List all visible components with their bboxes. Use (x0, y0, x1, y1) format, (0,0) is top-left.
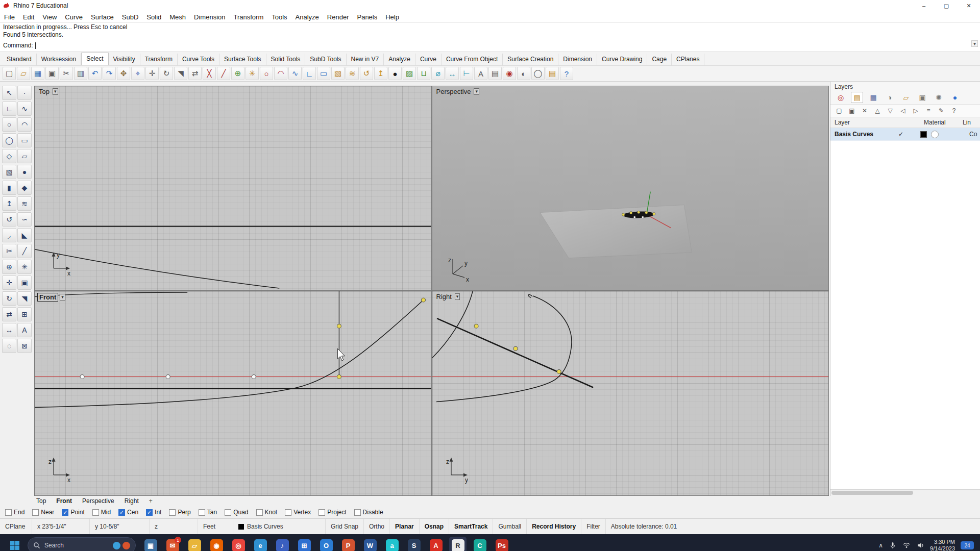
move-up-icon[interactable]: △ (873, 106, 882, 115)
polyline-icon[interactable]: ∟ (303, 67, 316, 80)
viewport-front[interactable]: z x Front ▾ (35, 291, 431, 495)
osnap-toggle[interactable]: Disable (354, 509, 383, 516)
zoom-extents-icon[interactable]: ⌖ (131, 67, 144, 80)
checkbox[interactable] (62, 509, 68, 516)
tray-hidden-icons-chevron[interactable]: ∧ (878, 542, 883, 549)
microphone-icon[interactable] (889, 541, 897, 549)
toolbar-tab[interactable]: Visibility (109, 54, 140, 65)
extrude-icon[interactable]: ↥ (374, 67, 387, 80)
layers-icon[interactable]: ▤ (546, 67, 559, 80)
point-tool[interactable]: · (17, 86, 32, 100)
layer-color-swatch[interactable] (920, 131, 927, 138)
menu-item[interactable]: SubD (118, 12, 143, 22)
toolbar-tab[interactable]: Analyze (384, 54, 415, 65)
checkbox[interactable] (318, 509, 325, 516)
rotate-icon[interactable]: ↻ (160, 67, 173, 80)
circle-icon[interactable]: ○ (260, 67, 273, 80)
filter-icon[interactable]: ≡ (924, 106, 933, 115)
hide-tool[interactable]: ◌ (2, 339, 16, 353)
current-layer-check-icon[interactable]: ✓ (895, 131, 907, 138)
checkbox[interactable] (169, 509, 176, 516)
display-tab[interactable]: ▦ (867, 92, 879, 103)
menu-item[interactable]: Dimension (190, 12, 229, 22)
move-icon[interactable]: ✛ (145, 67, 159, 80)
mail[interactable]: ✉ 1 (164, 537, 181, 551)
checkbox[interactable] (32, 509, 39, 516)
toolbar-tab[interactable]: Dimension (558, 54, 597, 65)
menu-item[interactable]: Surface (87, 12, 118, 22)
toolbar-tab[interactable]: Curve Drawing (597, 54, 647, 65)
volume-icon[interactable] (916, 541, 924, 549)
move-down-icon[interactable]: ▽ (886, 106, 895, 115)
mirror-tool[interactable]: ⇄ (2, 307, 16, 321)
circle-tool[interactable]: ○ (2, 117, 16, 132)
viewport-perspective[interactable]: z y x Perspective ▾ (432, 86, 829, 290)
properties-tab[interactable]: ◎ (835, 92, 847, 103)
viewport-menu-icon[interactable]: ▾ (53, 88, 58, 95)
menu-item[interactable]: Analyze (291, 12, 323, 22)
outlook[interactable]: O (317, 537, 335, 551)
viewport-tab[interactable]: Perspective (82, 497, 114, 505)
osnap-toggle[interactable]: End (5, 509, 24, 516)
current-layer-pane[interactable]: Basis Curves (233, 519, 326, 534)
cut-icon[interactable]: ✂ (60, 67, 73, 80)
notifications-tab[interactable]: ● (949, 92, 961, 103)
notification-center-badge[interactable]: 24 (961, 541, 974, 549)
status-toggle[interactable]: Grid Snap (326, 519, 364, 534)
hatch-icon[interactable]: ▤ (488, 67, 502, 80)
status-toggle[interactable]: Planar (390, 519, 420, 534)
checkbox[interactable] (199, 509, 205, 516)
layers-tab[interactable]: ▤ (851, 92, 863, 103)
materials-tab[interactable]: ◑ (884, 92, 896, 103)
pan-icon[interactable]: ✥ (117, 67, 130, 80)
vs-code[interactable]: C (471, 537, 488, 551)
shaded-view-icon[interactable]: ◐ (517, 67, 530, 80)
trim-tool[interactable]: ✂ (2, 244, 16, 258)
revolve-tool[interactable]: ↺ (2, 212, 16, 227)
checkbox[interactable] (225, 509, 231, 516)
viewport-title-top[interactable]: Top ▾ (37, 88, 58, 95)
sun-tab[interactable]: ✺ (933, 92, 945, 103)
toolbar-tab[interactable]: Worksession (37, 54, 81, 65)
surface-icon[interactable]: ▧ (331, 67, 345, 80)
measure-icon[interactable]: ↔ (446, 67, 459, 80)
dimension-icon[interactable]: ⊢ (460, 67, 473, 80)
toolbar-tab[interactable]: Standard (2, 54, 37, 65)
viewport-right[interactable]: z y Right ▾ (432, 291, 829, 495)
osnap-toggle[interactable]: Vertex (285, 509, 311, 516)
curve-icon[interactable]: ∿ (288, 67, 302, 80)
dimension-tool[interactable]: ↔ (2, 323, 16, 337)
toolbar-tab[interactable]: Curve (415, 54, 442, 65)
adobe-app[interactable]: Ps (493, 537, 510, 551)
loft-tool[interactable]: ≋ (17, 196, 32, 211)
osnap-toggle[interactable]: Tan (199, 509, 217, 516)
layer-material-icon[interactable] (931, 131, 939, 138)
amazon-music[interactable]: a (383, 537, 401, 551)
toolbar-tab[interactable]: Select (81, 53, 108, 65)
status-toggle[interactable]: Record History (527, 519, 581, 534)
menu-item[interactable]: Tools (267, 12, 291, 22)
viewport-pan-icon[interactable]: + (149, 497, 153, 505)
file-explorer[interactable]: ▱ (186, 537, 203, 551)
arc-tool[interactable]: ◠ (17, 117, 32, 132)
chamfer-tool[interactable]: ◣ (17, 228, 32, 242)
sphere-icon[interactable]: ● (388, 67, 402, 80)
checkbox[interactable] (146, 509, 153, 516)
viewport-tab[interactable]: Right (125, 497, 139, 505)
acrobat[interactable]: A (427, 537, 445, 551)
open-file-icon[interactable]: ▱ (17, 67, 30, 80)
lock-tool[interactable]: ⊠ (17, 339, 32, 353)
status-toggle[interactable]: Gumball (493, 519, 527, 534)
split-tool[interactable]: ╱ (17, 244, 32, 258)
boolean-icon[interactable]: ⊔ (417, 67, 430, 80)
menu-item[interactable]: Mesh (165, 12, 190, 22)
viewport-menu-icon[interactable]: ▾ (60, 294, 65, 300)
microsoft-store[interactable]: ⊞ (296, 537, 313, 551)
edge[interactable]: e (252, 537, 269, 551)
array-tool[interactable]: ⊞ (17, 307, 32, 321)
toolbar-tab[interactable]: Transform (140, 54, 178, 65)
menu-item[interactable]: View (38, 12, 61, 22)
toolbar-tab[interactable]: Curve Tools (178, 54, 219, 65)
media-player[interactable]: ♪ (274, 537, 291, 551)
mirror-icon[interactable]: ⇄ (188, 67, 202, 80)
